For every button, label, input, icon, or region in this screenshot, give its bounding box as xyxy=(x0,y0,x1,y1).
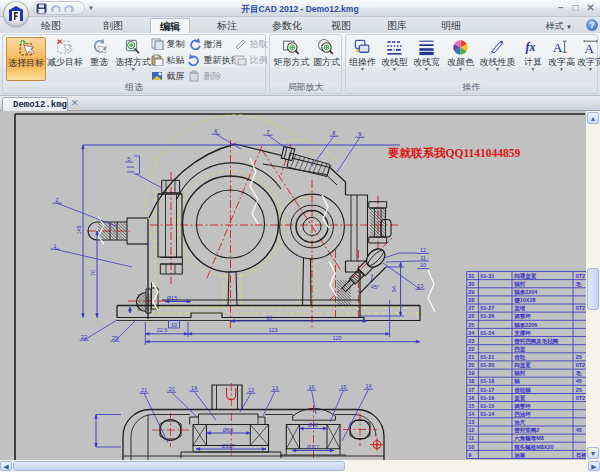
svg-text:12: 12 xyxy=(468,427,474,433)
svg-text:20: 20 xyxy=(168,386,174,392)
svg-text:11: 11 xyxy=(468,435,474,441)
svg-text:14: 14 xyxy=(468,411,475,417)
svg-text:10: 10 xyxy=(420,262,426,268)
svg-text:45: 45 xyxy=(576,427,582,433)
svg-text:21: 21 xyxy=(141,387,147,393)
svg-text:Ø117: Ø117 xyxy=(221,443,234,449)
svg-text:16: 16 xyxy=(468,395,474,401)
svg-text:轴封: 轴封 xyxy=(513,370,526,377)
svg-text:Ø15: Ø15 xyxy=(167,295,177,301)
svg-text:12: 12 xyxy=(420,247,426,253)
svg-text:23: 23 xyxy=(468,338,474,344)
svg-text:要就联系我QQ1141044859: 要就联系我QQ1141044859 xyxy=(387,146,521,159)
svg-text:Ø117: Ø117 xyxy=(307,444,319,450)
svg-text:轴承2204: 轴承2204 xyxy=(513,289,538,296)
svg-text:14: 14 xyxy=(366,383,372,389)
svg-text:闷通盖宽: 闷通盖宽 xyxy=(514,272,537,280)
svg-text:11: 11 xyxy=(420,255,426,261)
svg-text:Ø40: Ø40 xyxy=(308,422,318,428)
svg-text:31: 31 xyxy=(468,273,474,279)
svg-text:9: 9 xyxy=(468,452,471,458)
svg-text:54: 54 xyxy=(391,286,397,292)
svg-text:120: 120 xyxy=(332,335,341,341)
svg-text:18: 18 xyxy=(468,378,474,384)
svg-text:01-15: 01-15 xyxy=(480,403,494,409)
svg-text:01-17: 01-17 xyxy=(480,387,494,393)
svg-text:01-31: 01-31 xyxy=(480,273,494,279)
svg-text:齿轮轴: 齿轮轴 xyxy=(514,387,531,394)
svg-text:Ø60: Ø60 xyxy=(223,427,233,433)
svg-text:22: 22 xyxy=(468,346,474,352)
svg-text:油尺: 油尺 xyxy=(513,419,526,426)
svg-text:调整环: 调整环 xyxy=(513,313,531,320)
svg-text:A: A xyxy=(584,41,594,56)
svg-text:13: 13 xyxy=(417,283,424,289)
svg-text:30: 30 xyxy=(468,281,474,287)
svg-text:25: 25 xyxy=(576,387,582,393)
svg-text:密封垫圈2: 密封垫圈2 xyxy=(514,427,539,434)
svg-text:盖宽: 盖宽 xyxy=(514,394,526,402)
svg-text:闷盖宽: 闷盖宽 xyxy=(514,361,531,369)
svg-text:22: 22 xyxy=(81,334,88,340)
svg-text:01-16: 01-16 xyxy=(480,395,494,401)
svg-text:22.5: 22.5 xyxy=(157,327,168,333)
svg-text:13: 13 xyxy=(468,419,474,425)
svg-text:19: 19 xyxy=(468,370,474,376)
svg-text:支撑环: 支撑环 xyxy=(513,330,531,337)
svg-text:123: 123 xyxy=(268,327,277,333)
svg-text:10: 10 xyxy=(171,322,177,328)
svg-text:盖堵: 盖堵 xyxy=(514,305,526,312)
svg-text:轴封: 轴封 xyxy=(513,281,526,288)
svg-text:19: 19 xyxy=(191,385,197,391)
svg-text:70: 70 xyxy=(90,270,96,276)
svg-text:25: 25 xyxy=(468,322,474,328)
svg-text:29: 29 xyxy=(468,289,474,295)
svg-text:12: 12 xyxy=(248,387,254,393)
svg-text:键10X28: 键10X28 xyxy=(513,297,535,304)
svg-text:挡盖: 挡盖 xyxy=(513,346,526,353)
svg-text:24: 24 xyxy=(468,330,475,336)
svg-text:窥头螺栓M8X20: 窥头螺栓M8X20 xyxy=(513,444,553,451)
svg-text:28: 28 xyxy=(468,297,474,303)
svg-text:毛: 毛 xyxy=(575,370,582,377)
svg-text:01-27: 01-27 xyxy=(480,305,494,311)
svg-text:轴: 轴 xyxy=(513,378,520,385)
svg-text:45°: 45° xyxy=(371,284,379,290)
svg-text:20: 20 xyxy=(468,362,474,368)
svg-text:挡油环: 挡油环 xyxy=(513,411,531,418)
svg-text:145: 145 xyxy=(76,225,82,234)
svg-text:01-26: 01-26 xyxy=(480,313,494,319)
svg-text:0T2: 0T2 xyxy=(576,395,585,401)
svg-text:01-20: 01-20 xyxy=(480,362,494,368)
svg-text:15: 15 xyxy=(340,384,346,390)
svg-text:A: A xyxy=(553,40,563,55)
svg-text:0T2: 0T2 xyxy=(576,362,585,368)
svg-text:01-18: 01-18 xyxy=(480,378,494,384)
svg-text:16: 16 xyxy=(309,384,315,390)
svg-text:01-14: 01-14 xyxy=(480,411,495,417)
svg-text:fx: fx xyxy=(525,40,535,54)
svg-text:17: 17 xyxy=(468,387,474,393)
svg-text:10: 10 xyxy=(468,444,474,450)
svg-text:13: 13 xyxy=(272,385,278,391)
svg-text:0T2: 0T2 xyxy=(576,305,585,311)
svg-text:0T2: 0T2 xyxy=(576,273,585,279)
svg-text:油塞: 油塞 xyxy=(513,452,526,459)
svg-text:毛: 毛 xyxy=(575,281,582,288)
svg-text:密封挡圈及毛毡圈: 密封挡圈及毛毡圈 xyxy=(514,338,559,345)
svg-text:调整环: 调整环 xyxy=(513,403,531,410)
svg-text:90: 90 xyxy=(266,315,272,321)
svg-text:26: 26 xyxy=(468,313,474,319)
svg-text:齿轮: 齿轮 xyxy=(514,354,526,361)
svg-text:45: 45 xyxy=(576,378,582,384)
svg-text:六角螺母M8: 六角螺母M8 xyxy=(513,435,544,442)
svg-text:轴承2206: 轴承2206 xyxy=(513,322,537,329)
svg-text:25: 25 xyxy=(576,354,582,360)
svg-text:01-24: 01-24 xyxy=(480,330,495,336)
svg-text:21: 21 xyxy=(468,354,474,360)
svg-text:27: 27 xyxy=(468,305,474,311)
svg-text:15: 15 xyxy=(468,403,474,409)
svg-text:01-21: 01-21 xyxy=(480,354,494,360)
